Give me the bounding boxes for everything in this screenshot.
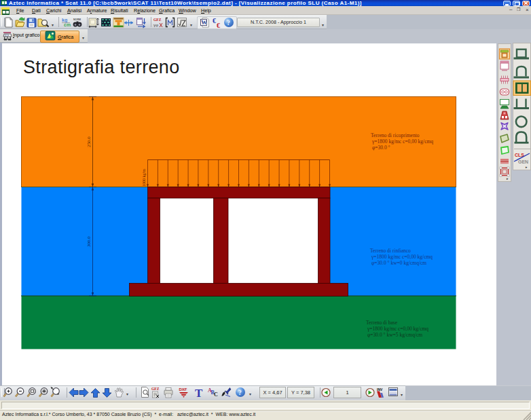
svg-text:€: € (213, 17, 216, 24)
svg-text:φ=30.0 °: φ=30.0 ° (372, 145, 390, 151)
svg-text:?: ? (227, 20, 230, 26)
svg-text:▾: ▾ (126, 392, 128, 396)
svg-text:NORM: NORM (73, 18, 81, 21)
svg-text:φ=30.0 ° kw=0 kg/cmq/cm: φ=30.0 ° kw=0 kg/cmq/cm (371, 260, 426, 266)
svg-text:?: ? (238, 389, 242, 396)
svg-text:Terreno di ricoprimento: Terreno di ricoprimento (371, 132, 420, 138)
svg-text:▾: ▾ (249, 392, 251, 396)
svg-text:cm: cm (64, 22, 71, 27)
svg-text:W: W (201, 19, 207, 26)
svg-text:GFZ: GFZ (151, 387, 160, 391)
svg-text:γ=1800 kg/mc c=0,00 kg/cmq: γ=1800 kg/mc c=0,00 kg/cmq (367, 326, 428, 332)
svg-text:φ=30.0 ° kw=5 kg/cmq/cm: φ=30.0 ° kw=5 kg/cmq/cm (367, 332, 422, 338)
svg-text:γφ: γφ (153, 22, 158, 28)
svg-text:▸: ▸ (507, 176, 509, 180)
svg-text:T: T (195, 387, 203, 400)
svg-text:C: C (214, 392, 218, 398)
svg-text:DXF: DXF (179, 387, 187, 392)
svg-text:GFZ: GFZ (153, 18, 162, 22)
svg-text:250.0: 250.0 (86, 136, 92, 147)
svg-text:€: € (217, 22, 220, 29)
svg-text:▾: ▾ (401, 393, 403, 397)
svg-text:γ=1800 kg/mc c=0,00 kg/cmq: γ=1800 kg/mc c=0,00 kg/cmq (371, 254, 433, 260)
svg-text:γ=1800 kg/mc c=0,00 kg/cmq: γ=1800 kg/mc c=0,00 kg/cmq (371, 138, 433, 145)
svg-text:1000 kg/m: 1000 kg/m (142, 169, 146, 187)
svg-text:INV: INV (377, 387, 383, 392)
svg-text:▸: ▸ (526, 165, 528, 169)
svg-text:GEN: GEN (518, 159, 528, 164)
svg-text:Terreno di base: Terreno di base (366, 320, 398, 326)
svg-text:300.0: 300.0 (86, 236, 92, 247)
svg-text:Terreno di rinfianco: Terreno di rinfianco (370, 248, 411, 254)
